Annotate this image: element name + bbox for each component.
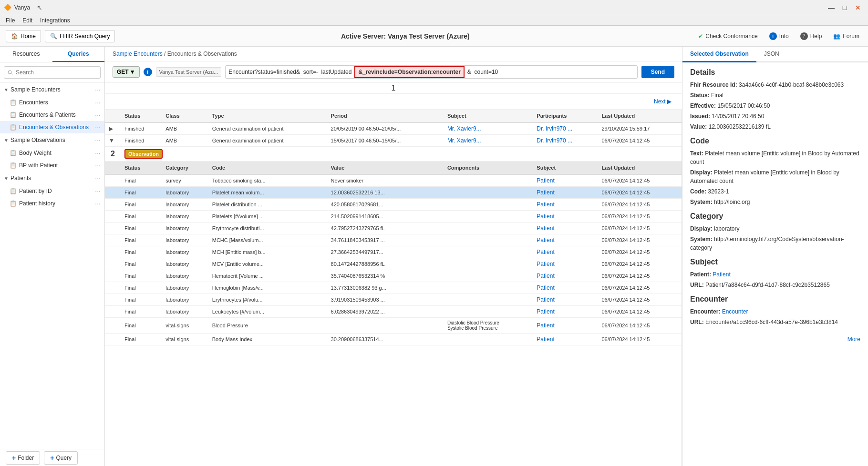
sidebar-item-body-weight[interactable]: 📋 Body Weight ··· — [0, 147, 104, 159]
tab-json[interactable]: JSON — [756, 47, 787, 62]
send-btn[interactable]: Send — [641, 66, 674, 78]
col-last-updated: Last Updated — [598, 110, 682, 122]
patient-by-id-more[interactable]: ··· — [95, 187, 101, 195]
patient-link[interactable]: Patient — [713, 271, 730, 278]
participants-link-1[interactable]: Dr. Irvin970 ... — [537, 125, 572, 132]
menu-edit[interactable]: Edit — [19, 16, 36, 25]
maximize-btn[interactable]: □ — [838, 2, 851, 13]
col-type: Type — [208, 110, 327, 122]
patient-history-more[interactable]: ··· — [95, 200, 101, 207]
obs-row[interactable]: Final laboratory Leukocytes [#/volum... … — [105, 306, 682, 318]
query-info-btn[interactable]: i — [144, 68, 152, 76]
help-btn[interactable]: ? Help — [797, 30, 825, 42]
sample-encounters-more[interactable]: ··· — [95, 86, 101, 93]
display-value: Platelet mean volume [Entitic volume] in… — [690, 169, 839, 184]
add-folder-btn[interactable]: + Folder — [6, 451, 40, 465]
encounter-label: Encounter: — [690, 308, 720, 315]
method-btn[interactable]: GET ▼ — [113, 66, 140, 78]
content-area: Sample Encounters / Encounters & Observa… — [105, 47, 682, 466]
menu-integrations[interactable]: Integrations — [36, 16, 74, 25]
breadcrumb: Sample Encounters / Encounters & Observa… — [105, 47, 682, 61]
encounters-observations-more[interactable]: ··· — [95, 123, 101, 131]
sample-observations-more[interactable]: ··· — [95, 136, 101, 144]
type-cell: General examination of patient — [208, 122, 327, 135]
minimize-btn[interactable]: — — [825, 2, 837, 13]
sample-encounters-header[interactable]: ▼ Sample Encounters ··· — [0, 83, 104, 96]
obs-row[interactable]: Final laboratory Platelets [#/volume] ..… — [105, 211, 682, 223]
sample-observations-header[interactable]: ▼ Sample Observations ··· — [0, 133, 104, 147]
more-link[interactable]: More — [847, 336, 860, 343]
encounters-more[interactable]: ··· — [95, 99, 101, 106]
obs-row[interactable]: Final laboratory Erythrocytes [#/volu...… — [105, 294, 682, 306]
body-weight-more[interactable]: ··· — [95, 149, 101, 157]
tab-selected-observation[interactable]: Selected Observation — [682, 47, 756, 62]
expand-btn-2[interactable]: ▼ — [109, 137, 114, 144]
obs-row[interactable]: Final laboratory MCH [Entitic mass] b...… — [105, 246, 682, 258]
table-row: ▶ Finished AMB General examination of pa… — [105, 122, 682, 135]
menu-file[interactable]: File — [2, 16, 19, 25]
obs-row[interactable]: Final laboratory Platelet distribution .… — [105, 199, 682, 211]
server-label: Vanya Test Server (Azu... — [156, 67, 222, 77]
status-label: Status: — [690, 92, 710, 99]
obs-lu: 06/07/2024 14:12:45 — [598, 174, 682, 187]
next-btn[interactable]: Next ▶ — [651, 97, 674, 106]
bp-patient-more[interactable]: ··· — [95, 162, 101, 169]
col-period: Period — [327, 110, 444, 122]
breadcrumb-parent[interactable]: Sample Encounters — [113, 51, 163, 57]
patient-by-id-label: Patient by ID — [19, 188, 52, 194]
obs-row[interactable]: Final laboratory Hematocrit [Volume ... … — [105, 270, 682, 282]
encounter-link[interactable]: Encounter — [722, 308, 748, 315]
participants-link-2[interactable]: Dr. Irvin970 ... — [537, 137, 572, 144]
sidebar-item-encounters[interactable]: 📋 Encounters ··· — [0, 96, 104, 109]
obs-subject-1[interactable]: Patient — [537, 177, 554, 184]
subject-link-1[interactable]: Mr. Xavier9... — [447, 125, 481, 132]
obs-status-2: Final — [121, 187, 162, 199]
obs-row[interactable]: Final laboratory MCV [Entitic volume... … — [105, 258, 682, 270]
obs-row[interactable]: Final laboratory Platelet mean volum... … — [105, 187, 682, 199]
forum-btn[interactable]: 👥 Forum — [830, 31, 862, 41]
obs-subject-2[interactable]: Patient — [537, 189, 554, 196]
subject-link-2[interactable]: Mr. Xavier9... — [447, 137, 481, 144]
sidebar-item-encounters-observations[interactable]: 📋 Encounters & Observations ··· — [0, 121, 104, 133]
effective-row: Effective: 15/05/2017 00:46:50 — [690, 101, 860, 110]
sample-encounters-label: Sample Encounters — [10, 86, 61, 93]
method-label: GET — [117, 69, 129, 75]
fhir-search-btn[interactable]: 🔍 FHIR Search Query — [45, 30, 115, 42]
obs-row[interactable]: Final vital-signs Body Mass Index 30.209… — [105, 334, 682, 345]
patient-url-row: URL: Patient/7a884c64-d9fd-41d7-88cf-c9c… — [690, 281, 860, 289]
patients-more[interactable]: ··· — [95, 174, 101, 182]
obs-col-last-updated: Last Updated — [598, 162, 682, 175]
col-class: Class — [162, 110, 208, 122]
period-cell: 20/05/2019 00:46:50–20/05/... — [327, 122, 444, 135]
obs-row[interactable]: Final laboratory Hemoglobin [Mass/v... 1… — [105, 282, 682, 294]
sidebar-item-patient-history[interactable]: 📋 Patient history ··· — [0, 197, 104, 210]
col-expand — [105, 110, 121, 122]
encounters-patients-more[interactable]: ··· — [95, 111, 101, 119]
obs-row[interactable]: Final vital-signs Blood Pressure Diastol… — [105, 318, 682, 334]
info-btn[interactable]: i Info — [766, 30, 792, 42]
obs-row[interactable]: Final laboratory MCHC [Mass/volum... 34.… — [105, 234, 682, 246]
expand-btn-1[interactable]: ▶ — [109, 125, 113, 132]
toolbar-right: ✔ Check Conformance i Info ? Help 👥 Foru… — [695, 30, 862, 42]
obs-row[interactable]: Final laboratory Erythrocyte distributi.… — [105, 223, 682, 234]
patients-header[interactable]: ▼ Patients ··· — [0, 172, 104, 185]
obs-row[interactable]: Final survey Tobacco smoking sta... Neve… — [105, 174, 682, 187]
close-btn[interactable]: ✕ — [852, 2, 864, 13]
obs-category-2: laboratory — [162, 187, 208, 199]
cat-display-value: laboratory — [714, 225, 739, 232]
search-input[interactable] — [4, 66, 101, 79]
plus-icon-2: + — [50, 454, 54, 462]
query-label: Query — [56, 455, 72, 461]
class-cell-2: AMB — [162, 135, 208, 147]
check-conformance-btn[interactable]: ✔ Check Conformance — [695, 31, 760, 41]
tab-resources[interactable]: Resources — [0, 47, 52, 62]
sidebar-item-patient-by-id[interactable]: 📋 Patient by ID ··· — [0, 185, 104, 197]
sidebar-item-bp-patient[interactable]: 📋 BP with Patient ··· — [0, 159, 104, 172]
tab-queries[interactable]: Queries — [52, 47, 105, 62]
home-btn[interactable]: 🏠 Home — [6, 30, 41, 42]
last-updated-cell-1: 29/10/2024 15:59:17 — [598, 122, 682, 135]
sidebar-item-encounters-patients[interactable]: 📋 Encounters & Patients ··· — [0, 109, 104, 121]
obs-col-expand — [105, 162, 121, 175]
patient-label: Patient: — [690, 271, 711, 278]
add-query-btn[interactable]: + Query — [44, 451, 78, 465]
